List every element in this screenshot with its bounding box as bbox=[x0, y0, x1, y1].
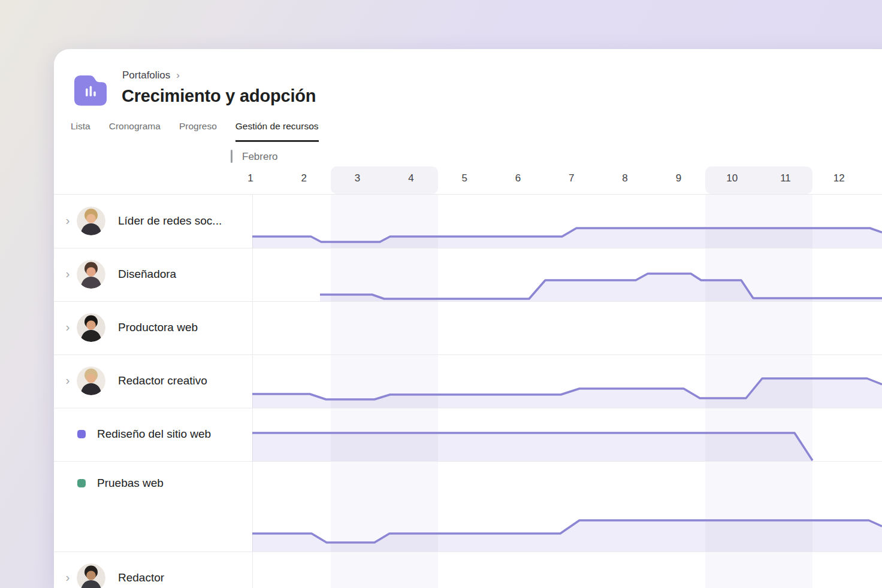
workload-area-rediseno-del-sitio-web bbox=[252, 433, 812, 461]
avatar bbox=[77, 313, 105, 342]
tab-lista[interactable]: Lista bbox=[71, 121, 90, 142]
avatar-photo bbox=[77, 313, 105, 342]
tab-cronograma[interactable]: Cronograma bbox=[109, 121, 161, 142]
project-color-dot bbox=[77, 479, 86, 487]
expand-chevron-icon[interactable]: › bbox=[64, 322, 72, 332]
day-header-8: 8 bbox=[622, 172, 627, 184]
day-header-11: 11 bbox=[780, 172, 791, 184]
portfolio-folder-icon bbox=[71, 71, 110, 108]
workload-area-disenadora bbox=[320, 274, 882, 301]
day-header-5: 5 bbox=[461, 172, 467, 184]
person-name: Líder de redes soc... bbox=[118, 214, 222, 228]
day-header-6: 6 bbox=[515, 172, 521, 184]
chevron-right-icon: › bbox=[176, 69, 180, 81]
month-start-marker bbox=[231, 150, 232, 163]
page-title: Crecimiento y adopción bbox=[122, 86, 316, 106]
day-header-3: 3 bbox=[355, 172, 360, 184]
avatar-photo bbox=[77, 260, 105, 289]
project-color-dot bbox=[77, 430, 86, 438]
day-header-4: 4 bbox=[408, 172, 413, 184]
workload-area-chart bbox=[252, 194, 882, 588]
day-header-7: 7 bbox=[569, 172, 574, 184]
expand-chevron-icon[interactable]: › bbox=[64, 215, 72, 226]
breadcrumb[interactable]: Portafolios› bbox=[122, 69, 180, 81]
avatar bbox=[77, 366, 105, 395]
person-name: Redactor bbox=[118, 571, 164, 584]
workload-area-lider-de-redes-soc bbox=[252, 228, 882, 248]
avatar-photo bbox=[77, 366, 105, 395]
workload-area-pruebas-web bbox=[252, 520, 882, 551]
expand-chevron-icon[interactable]: › bbox=[64, 572, 72, 583]
avatar bbox=[77, 563, 105, 588]
day-header-2: 2 bbox=[301, 172, 307, 184]
day-header-1: 1 bbox=[247, 172, 253, 184]
tab-progreso[interactable]: Progreso bbox=[179, 121, 217, 142]
expand-chevron-icon[interactable]: › bbox=[64, 268, 72, 279]
avatar bbox=[77, 260, 105, 289]
avatar-photo bbox=[77, 207, 105, 235]
person-name: Redactor creativo bbox=[118, 374, 207, 387]
day-header-10: 10 bbox=[726, 172, 738, 184]
tab-bar: ListaCronogramaProgresoGestión de recurs… bbox=[71, 121, 319, 142]
expand-chevron-icon[interactable]: › bbox=[64, 375, 72, 386]
portfolio-workload-card: Portafolios› Crecimiento y adopción List… bbox=[54, 49, 882, 588]
month-label: Febrero bbox=[242, 151, 278, 163]
tab-gestion-de-recursos[interactable]: Gestión de recursos bbox=[235, 121, 319, 142]
row-pruebas-web[interactable] bbox=[54, 461, 252, 551]
person-name: Diseñadora bbox=[118, 268, 176, 281]
weekend-header-highlight-10-11 bbox=[705, 166, 812, 194]
project-name: Rediseño del sitio web bbox=[97, 428, 211, 441]
avatar bbox=[77, 207, 105, 235]
weekend-header-highlight-3-4 bbox=[331, 166, 438, 194]
person-name: Productora web bbox=[118, 321, 198, 334]
workload-grid: › Líder de redes soc...› Diseñadora› Pro… bbox=[54, 194, 882, 588]
day-header-9: 9 bbox=[676, 172, 681, 184]
avatar-photo bbox=[77, 563, 105, 588]
day-header-12: 12 bbox=[833, 172, 845, 184]
page-background: Portafolios› Crecimiento y adopción List… bbox=[0, 0, 882, 588]
project-name: Pruebas web bbox=[97, 477, 164, 490]
breadcrumb-portfolios-link[interactable]: Portafolios bbox=[122, 69, 170, 81]
